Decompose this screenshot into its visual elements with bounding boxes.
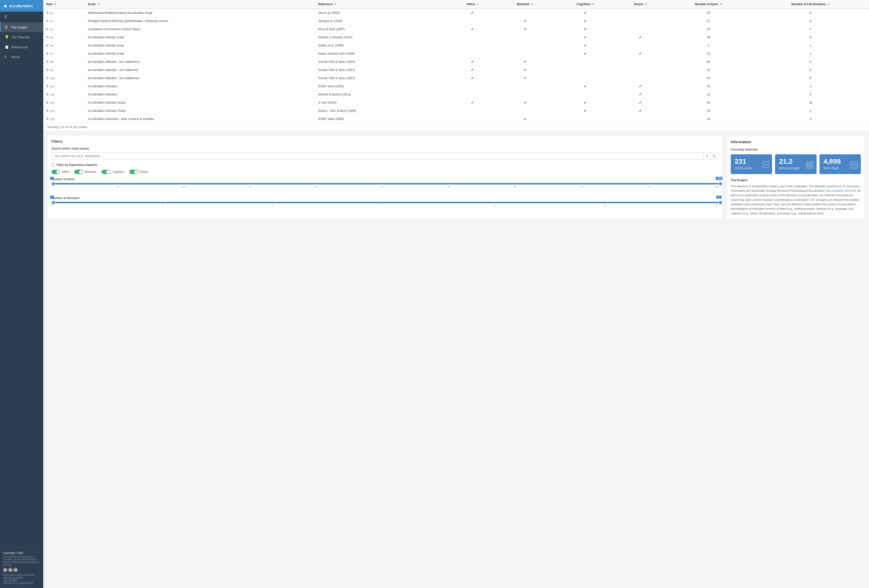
col-reference[interactable]: Reference ⇅ <box>316 0 449 9</box>
toggle-switch-cognition[interactable] <box>101 170 110 174</box>
domains-slider-label: Number of Domains <box>52 196 718 200</box>
stat-card-avg: 21.2 items (average) ▦ <box>775 154 816 174</box>
cell-desire-9: ✓ <box>616 82 665 90</box>
cell-scale-3: Acculturation Attitude Scale <box>85 33 316 41</box>
cell-affect-9 <box>449 82 496 90</box>
view-icon-8[interactable]: 👁 <box>46 76 49 80</box>
row-num-2: #3 <box>50 28 53 31</box>
view-icon-11[interactable]: 👁 <box>46 101 49 105</box>
cell-desire-12: ✓ <box>616 107 665 115</box>
cell-cognition-13 <box>555 115 616 123</box>
cell-ref-2: Moon & Park (2007) <box>316 25 449 33</box>
search-input[interactable] <box>52 153 704 160</box>
view-icon-1[interactable]: 👁 <box>46 19 49 23</box>
stat-bg-icon-total: ▤ <box>850 157 859 172</box>
cell-ref-10: Mancini & Bottura (2014) <box>316 90 449 99</box>
cell-view-11: 👁 #13 <box>43 99 85 107</box>
cell-behavior-2: ✓ <box>496 25 555 33</box>
cell-domains-10: 5 <box>752 90 869 99</box>
view-icon-5[interactable]: 👁 <box>46 52 49 56</box>
cell-desire-11: ✓ <box>616 99 665 107</box>
col-behavior[interactable]: Behavior ⇅ <box>496 0 555 9</box>
submit-search-button[interactable]: 🔍 <box>710 153 718 160</box>
cell-desire-3: ✓ <box>616 33 665 41</box>
cell-view-4: 👁 #6 <box>43 41 85 50</box>
view-icon-10[interactable]: 👁 <box>46 92 49 96</box>
cell-items-7: 15 <box>665 66 752 74</box>
view-icon-9[interactable]: 👁 <box>46 84 49 88</box>
sidebar-item-about[interactable]: ℹ About <box>0 52 43 62</box>
cell-cognition-0: ✓ <box>555 9 616 17</box>
items-slider-min-handle[interactable]: 1 <box>52 182 55 186</box>
cell-scale-11: Acculturation Attitudes Scale <box>85 99 316 107</box>
cell-behavior-6: ✓ <box>496 58 555 66</box>
view-icon-0[interactable]: 👁 <box>46 11 49 15</box>
col-view[interactable]: View ⇅ <box>43 0 85 9</box>
view-icon-13[interactable]: 👁 <box>46 117 49 121</box>
domains-slider-max-handle[interactable]: 12 <box>718 200 722 204</box>
domains-slider[interactable]: 1 12 1 3 5 7 9 11 12 <box>52 202 718 212</box>
cell-ref-8: Arends-Tóth & Vijver (2007) <box>316 74 449 82</box>
nav-label-scales: The Scales <box>11 25 27 29</box>
cell-scale-0: Abbreviated Multidimensional Acculturati… <box>85 9 316 17</box>
cell-affect-2: ✓ <box>449 25 496 33</box>
cell-desire-10: ✓ <box>616 90 665 99</box>
view-icon-6[interactable]: 👁 <box>46 60 49 64</box>
view-icon-4[interactable]: 👁 <box>46 43 49 47</box>
cell-scale-8: acculturation attitudes - two statements <box>85 74 316 82</box>
cell-ref-3: Schmitz & Schmitz (2012) <box>316 33 449 41</box>
cell-behavior-12 <box>496 107 555 115</box>
view-icon-7[interactable]: 👁 <box>46 68 49 72</box>
view-icon-2[interactable]: 👁 <box>46 27 49 31</box>
col-cognition[interactable]: Cognition ⇅ <box>555 0 616 9</box>
cell-view-12: 👁 #14 <box>43 107 85 115</box>
cell-behavior-10 <box>496 90 555 99</box>
info-project-label: The Project: <box>731 178 861 182</box>
cell-items-5: 10 <box>665 50 752 58</box>
sidebar-item-theories[interactable]: 💡 The Theories <box>0 32 43 42</box>
sidebar-header: ◆ Acculturation <box>0 0 43 12</box>
toggle-affect: Affect <box>52 170 69 174</box>
col-domains[interactable]: Number of Life Domains ⇅ <box>752 0 869 9</box>
row-num-4: #6 <box>50 44 53 47</box>
cell-ref-12: David L. Sam & Berry (1995) <box>316 107 449 115</box>
currently-selected-label: Currently Selected: <box>731 147 861 152</box>
cell-domains-3: 4 <box>752 33 869 41</box>
cell-scale-1: Abridged General Ethnicity Questionnaire… <box>85 17 316 25</box>
cell-domains-4: 1 <box>752 41 869 50</box>
sidebar-item-scales[interactable]: ☰ The Scales <box>0 22 43 32</box>
cell-view-1: 👁 #2 <box>43 17 85 25</box>
cell-ref-5: David Lackland Sam (1995) <box>316 50 449 58</box>
items-slider[interactable]: 1 136 1 15 29 43 57 71 85 99 <box>52 183 718 193</box>
col-desire[interactable]: Desire ⇅ <box>616 0 665 9</box>
items-slider-max-handle[interactable]: 136 <box>718 182 722 186</box>
items-slider-section: Number of Items 1 136 1 15 29 <box>52 178 718 193</box>
col-affect[interactable]: Affect ⇅ <box>449 0 496 9</box>
hamburger-icon[interactable]: ☰ <box>0 12 43 22</box>
toggle-switch-behavior[interactable] <box>74 170 83 174</box>
cell-desire-7 <box>616 66 665 74</box>
cell-behavior-11: ✓ <box>496 99 555 107</box>
sidebar-item-references[interactable]: 📋 References <box>0 42 43 52</box>
toggle-label-desire: Desire <box>140 170 148 173</box>
table-row: 👁 #2 Abridged General Ethnicity Question… <box>43 17 869 25</box>
items-min-label: 1 <box>50 177 54 180</box>
cell-domains-1: 5 <box>752 17 869 25</box>
filter-experience-checkbox[interactable] <box>52 163 55 167</box>
cell-affect-4 <box>449 41 496 50</box>
toggle-switch-affect[interactable] <box>52 170 60 174</box>
nav-label-about: About <box>11 55 19 59</box>
stat-bg-icon-scales: ⊟ <box>762 157 770 172</box>
view-icon-12[interactable]: 👁 <box>46 109 49 113</box>
domains-slider-min-handle[interactable]: 1 <box>52 200 55 204</box>
cell-affect-13 <box>449 115 496 123</box>
clear-search-button[interactable]: ✕ <box>704 153 710 160</box>
col-items[interactable]: Number of Items ⇅ <box>665 0 752 9</box>
col-scale[interactable]: Scale ⇅ <box>85 0 316 9</box>
cell-cognition-2: ✓ <box>555 25 616 33</box>
info-title: Information <box>731 139 861 145</box>
cell-behavior-8: ✓ <box>496 74 555 82</box>
view-icon-3[interactable]: 👁 <box>46 36 49 39</box>
toggle-switch-desire[interactable] <box>129 170 138 174</box>
doi-link[interactable]: doi.org/toBePublished <box>827 189 855 192</box>
